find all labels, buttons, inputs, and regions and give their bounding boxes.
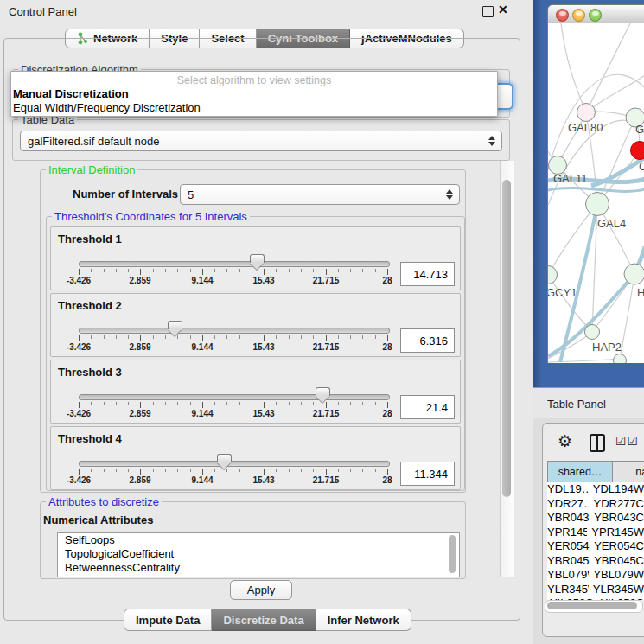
algorithm-popup-hint: Select algorithm to view settings: [11, 74, 497, 86]
threshold-3-slider-thumb[interactable]: [316, 387, 330, 396]
threshold-1-slider-track[interactable]: [79, 261, 390, 267]
threshold-2-value-input[interactable]: 6.316: [400, 328, 455, 353]
table-panel-title: Table Panel: [547, 398, 606, 411]
svg-text:GAL80: GAL80: [568, 121, 603, 134]
threshold-4-slider-thumb[interactable]: [217, 454, 232, 462]
column-header-shared-name[interactable]: shared…: [547, 461, 613, 483]
table-row[interactable]: YER054CYER054C: [547, 539, 644, 554]
table-row[interactable]: YDR27…YDR277C: [547, 497, 644, 512]
cyni-bottom-tabs: Impute Data Discretize Data Infer Networ…: [124, 609, 411, 628]
list-item[interactable]: TopologicalCoefficient: [58, 547, 459, 561]
svg-text:GAL11: GAL11: [553, 172, 588, 185]
zoom-traffic-light-icon[interactable]: [589, 9, 602, 22]
panel-scrollbar-thumb[interactable]: [502, 180, 511, 497]
select-columns-checkboxes-icon[interactable]: ☑☑: [615, 434, 639, 448]
threshold-2-label: Threshold 2: [58, 299, 122, 312]
threshold-3-panel: Threshold 3 -3.426 2.859 9.144 15.43 21.…: [50, 360, 461, 424]
close-traffic-light-icon[interactable]: [556, 9, 569, 22]
threshold-3-slider-track[interactable]: [79, 394, 390, 400]
node-h[interactable]: [624, 264, 644, 284]
node-gal80[interactable]: [577, 104, 596, 122]
node-gcy1[interactable]: [548, 266, 558, 284]
table-row[interactable]: YBR043CYBR043C: [547, 511, 644, 526]
slider-ticks: [79, 269, 389, 275]
threshold-2-panel: Threshold 2 -3.426 2.859 9.144 15.43 21.…: [50, 293, 461, 357]
threshold-4-value-input[interactable]: 11.344: [400, 462, 455, 486]
minimize-traffic-light-icon[interactable]: [572, 9, 585, 22]
screenshot-root: Control Panel ✕ Network Style Select Cyn…: [0, 0, 644, 644]
svg-text:GAL4: GAL4: [597, 217, 626, 230]
threshold-1-panel: Threshold 1 -3.426 2.859 9.144 15.43 21.…: [50, 226, 461, 290]
number-of-intervals-value: 5: [188, 188, 194, 201]
number-of-intervals-select[interactable]: 5: [180, 184, 460, 205]
slider-ticks: [79, 335, 389, 341]
threshold-1-slider-thumb[interactable]: [250, 254, 265, 263]
tab-infer-network[interactable]: Infer Network: [316, 609, 411, 631]
threshold-1-value-input[interactable]: 14.713: [400, 262, 455, 286]
slider-ticks: [79, 402, 389, 408]
node-red-selected[interactable]: [631, 142, 644, 160]
tab-discretize-data[interactable]: Discretize Data: [212, 609, 316, 631]
numerical-attributes-list[interactable]: SelfLoops TopologicalCoefficient Between…: [57, 532, 460, 577]
table-row[interactable]: YLR345WYLR345W: [547, 583, 644, 597]
control-panel-title: Control Panel: [9, 5, 77, 18]
threshold-4-slider-track[interactable]: [79, 461, 390, 467]
threshold-4-panel: Threshold 4 -3.426 2.859 9.144 15.43 21.…: [50, 426, 461, 490]
stepper-arrows-icon: [445, 189, 453, 200]
table-row[interactable]: YBR045CYBR045C: [547, 554, 644, 569]
table-data-value: galFiltered.sif default node: [28, 135, 159, 148]
list-item[interactable]: SelfLoops: [58, 533, 459, 547]
list-item[interactable]: BetweennessCentrality: [58, 561, 459, 575]
svg-text:H: H: [637, 286, 644, 299]
table-data-select[interactable]: galFiltered.sif default node: [20, 131, 502, 151]
table-panel-titlebar: Table Panel: [533, 387, 644, 419]
threshold-1-label: Threshold 1: [58, 233, 122, 245]
table-row[interactable]: YDL19…YDL194W: [547, 482, 644, 497]
slider-ticks: [79, 469, 389, 475]
threshold-2-slider-track[interactable]: [79, 328, 390, 334]
float-window-icon[interactable]: [482, 6, 494, 17]
threshold-2-slider-thumb[interactable]: [168, 321, 182, 329]
threshold-3-value-input[interactable]: 21.4: [400, 395, 455, 419]
algorithm-dropdown-popup: Select algorithm to view settings Manual…: [10, 71, 498, 117]
table-data-group: Table Data galFiltered.sif default node: [12, 119, 510, 161]
column-header-name[interactable]: name: [612, 461, 644, 483]
svg-text:GCY1: GCY1: [548, 286, 577, 299]
threshold-3-label: Threshold 3: [58, 366, 122, 379]
interval-definition-title: Interval Definition: [46, 163, 137, 176]
table-row[interactable]: YPR145WYPR145W: [547, 526, 644, 540]
svg-text:C: C: [639, 160, 644, 173]
table-row[interactable]: YBL079WYBL079W: [547, 568, 644, 583]
numerical-attributes-label: Numerical Attributes: [43, 513, 153, 526]
column-layout-icon[interactable]: [590, 434, 605, 452]
network-window-titlebar[interactable]: [547, 4, 644, 25]
node-partial[interactable]: [614, 354, 627, 364]
attributes-group-title: Attributes to discretize: [46, 495, 162, 508]
threshold-4-label: Threshold 4: [58, 432, 122, 445]
attributes-list-scrollbar[interactable]: [449, 535, 456, 573]
svg-text:HAP2: HAP2: [592, 341, 622, 354]
tab-impute-data[interactable]: Impute Data: [124, 609, 212, 631]
svg-text:G.: G.: [635, 123, 644, 136]
table-horizontal-scrollbar-thumb[interactable]: [547, 602, 637, 609]
popup-item-manual-discretization[interactable]: Manual Discretization: [13, 87, 129, 100]
node-gal4[interactable]: [586, 193, 609, 216]
node-hap2[interactable]: [585, 325, 600, 340]
node-table[interactable]: YDL19…YDL194W YDR27…YDR277C YBR043CYBR04…: [547, 482, 644, 600]
network-view-canvas[interactable]: GAL80 G. C GAL11 GAL4 GCY1 H HAP2: [547, 23, 644, 363]
gear-icon[interactable]: ⚙: [558, 431, 572, 451]
apply-button[interactable]: Apply: [230, 580, 292, 600]
popup-item-equal-width[interactable]: Equal Width/Frequency Discretization: [13, 101, 201, 114]
stepper-arrows-icon: [488, 136, 495, 146]
thresholds-group-title: Threshold's Coordinates for 5 Intervals: [52, 210, 250, 223]
close-icon[interactable]: ✕: [498, 3, 508, 16]
number-of-intervals-label: Number of Intervals: [73, 188, 178, 201]
network-graph: GAL80 G. C GAL11 GAL4 GCY1 H HAP2: [548, 23, 644, 363]
